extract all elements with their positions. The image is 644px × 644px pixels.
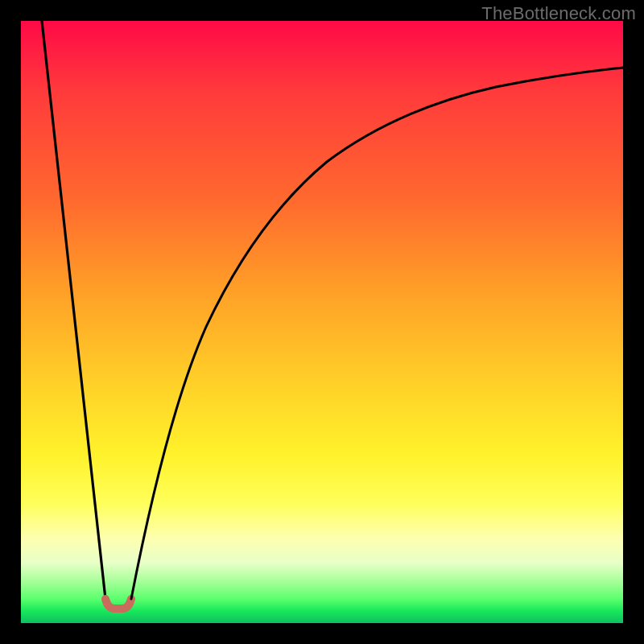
plot-area bbox=[21, 21, 623, 623]
chart-curves bbox=[21, 21, 623, 623]
series-left-line bbox=[42, 21, 105, 599]
series-valley-marker bbox=[105, 599, 131, 609]
chart-frame: TheBottleneck.com bbox=[0, 0, 644, 644]
series-right-curve bbox=[131, 68, 623, 599]
